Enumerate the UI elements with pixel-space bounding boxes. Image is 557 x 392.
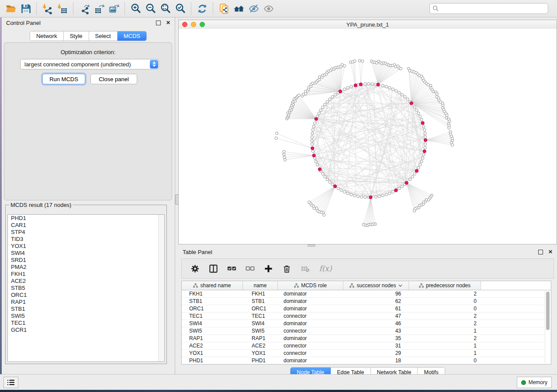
cell-MCDS-role[interactable]: dominator	[278, 306, 343, 312]
mcds-result-item[interactable]: SRD1	[8, 257, 164, 264]
cell-name[interactable]: PHD1	[243, 358, 278, 364]
cell-shared-name[interactable]: TEC1	[182, 313, 243, 319]
cell-predecessor-nodes[interactable]: 0	[409, 306, 481, 312]
mcds-result-item[interactable]: TID3	[8, 236, 164, 243]
float-panel-icon[interactable]	[156, 21, 161, 25]
cell-predecessor-nodes[interactable]: 1	[409, 343, 481, 349]
gear-button[interactable]	[190, 263, 200, 274]
cell-shared-name[interactable]: ACE2	[182, 343, 243, 349]
zoom-selected-button[interactable]	[173, 1, 188, 16]
minimize-window-icon[interactable]	[191, 22, 196, 27]
memory-button[interactable]: Memory	[517, 377, 552, 388]
mcds-result-item[interactable]: RAP1	[8, 299, 164, 306]
cell-successor-nodes[interactable]: 46	[343, 320, 409, 327]
close-panel-button[interactable]: Close panel	[90, 74, 137, 84]
cell-successor-nodes[interactable]: 96	[343, 291, 409, 297]
cell-predecessor-nodes[interactable]: 0	[409, 358, 481, 364]
cell-successor-nodes[interactable]: 62	[343, 298, 409, 304]
cell-shared-name[interactable]: SWI5	[182, 328, 243, 334]
apply-layout-button[interactable]	[195, 1, 210, 16]
table-row[interactable]: RAP1RAP1dominator352	[182, 335, 551, 342]
column-header-shared-name[interactable]: shared name	[182, 281, 243, 290]
cell-successor-nodes[interactable]: 29	[343, 350, 409, 356]
cell-successor-nodes[interactable]: 18	[343, 358, 409, 364]
cell-shared-name[interactable]: PHD1	[182, 358, 243, 364]
network-graph[interactable]	[179, 29, 557, 244]
cell-MCDS-role[interactable]: connector	[278, 350, 343, 356]
cell-MCDS-role[interactable]: dominator	[278, 298, 343, 304]
mcds-result-item[interactable]: STB5	[8, 285, 164, 292]
mcds-result-item[interactable]: PHD1	[8, 215, 164, 222]
cell-MCDS-role[interactable]: connector	[278, 313, 343, 319]
cell-successor-nodes[interactable]: 61	[343, 306, 409, 312]
cell-shared-name[interactable]: ORC1	[182, 306, 243, 312]
table-row[interactable]: YOX1YOX1connector291	[182, 350, 551, 357]
cell-shared-name[interactable]: YOX1	[182, 350, 243, 356]
table-row[interactable]: SWI5SWI5connector431	[182, 327, 551, 335]
mcds-result-list[interactable]: PHD1CAR1STP4TID3YOX1SWI4SRD1PMA2FKH1ACE2…	[7, 214, 165, 362]
mcds-result-item[interactable]: PMA2	[8, 264, 164, 271]
cell-predecessor-nodes[interactable]: 2	[409, 291, 481, 297]
mcds-result-item[interactable]: CAR1	[8, 222, 164, 229]
table-row[interactable]: STB1STB1dominator620	[182, 298, 551, 305]
cell-name[interactable]: STB1	[243, 298, 278, 304]
criterion-dropdown[interactable]: largest connected component (undirected)	[20, 59, 159, 69]
task-history-button[interactable]	[3, 377, 18, 388]
cell-MCDS-role[interactable]: dominator	[278, 335, 343, 341]
export-network-button[interactable]	[77, 1, 92, 16]
table-row[interactable]: FKH1FKH1dominator962	[182, 290, 551, 298]
share-network-button[interactable]	[217, 1, 232, 16]
split-panel-button[interactable]	[208, 263, 218, 274]
table-row[interactable]: PHD1PHD1dominator180	[182, 357, 551, 364]
column-header-predecessor-nodes[interactable]: predecessor nodes	[409, 281, 481, 290]
cell-shared-name[interactable]: RAP1	[182, 335, 243, 341]
search-input[interactable]	[439, 5, 548, 12]
cell-successor-nodes[interactable]: 31	[343, 343, 409, 349]
scrollbar-thumb[interactable]	[546, 292, 550, 330]
add-column-button[interactable]	[263, 263, 273, 274]
cell-MCDS-role[interactable]: connector	[278, 343, 343, 349]
mcds-result-item[interactable]: STP4	[8, 229, 164, 236]
mcds-result-item[interactable]: GCR1	[8, 327, 164, 334]
tab-style[interactable]: Style	[64, 31, 89, 41]
tab-network[interactable]: Network	[30, 31, 64, 41]
mcds-result-item[interactable]: YOX1	[8, 243, 164, 250]
cell-name[interactable]: TEC1	[243, 313, 278, 319]
cell-name[interactable]: ORC1	[243, 306, 278, 312]
mcds-result-item[interactable]: STB1	[8, 306, 164, 313]
cell-predecessor-nodes[interactable]: 1	[409, 328, 481, 334]
save-session-button[interactable]	[18, 1, 33, 16]
close-panel-icon[interactable]: ✕	[166, 20, 170, 25]
cell-shared-name[interactable]: SWI4	[182, 320, 243, 327]
select-all-button[interactable]	[226, 263, 237, 274]
cell-successor-nodes[interactable]: 47	[343, 313, 409, 319]
import-network-button[interactable]	[40, 1, 55, 16]
close-window-icon[interactable]	[182, 22, 187, 27]
hide-selected-button[interactable]	[246, 1, 261, 16]
cell-successor-nodes[interactable]: 35	[343, 335, 409, 341]
column-header-MCDS-role[interactable]: MCDS role	[278, 281, 343, 290]
mcds-result-item[interactable]: TEC1	[8, 320, 164, 327]
table-row[interactable]: SWI4SWI4dominator462	[182, 320, 551, 327]
table-row[interactable]: ACE2ACE2connector311	[182, 342, 551, 350]
export-table-button[interactable]	[92, 1, 107, 16]
tab-mcds[interactable]: MCDS	[118, 31, 146, 41]
cell-shared-name[interactable]: FKH1	[182, 291, 243, 297]
table-scrollbar[interactable]	[545, 291, 550, 363]
column-header-successor-nodes[interactable]: successor nodes	[343, 281, 409, 290]
tab-select[interactable]: Select	[89, 31, 118, 41]
export-image-button[interactable]	[107, 1, 121, 16]
maximize-window-icon[interactable]	[200, 22, 205, 27]
network-canvas[interactable]	[179, 29, 557, 244]
cell-MCDS-role[interactable]: dominator	[278, 291, 343, 297]
show-all-button[interactable]	[261, 1, 276, 16]
delete-column-button[interactable]	[281, 263, 292, 274]
zoom-fit-button[interactable]	[158, 1, 173, 16]
mcds-result-item[interactable]: SWI5	[8, 313, 164, 320]
search-box[interactable]	[429, 3, 548, 14]
mcds-result-item[interactable]: ACE2	[8, 278, 164, 285]
cell-name[interactable]: FKH1	[243, 291, 278, 297]
home-button[interactable]	[232, 1, 246, 16]
zoom-in-button[interactable]	[128, 1, 143, 16]
cell-predecessor-nodes[interactable]: 0	[409, 298, 481, 304]
